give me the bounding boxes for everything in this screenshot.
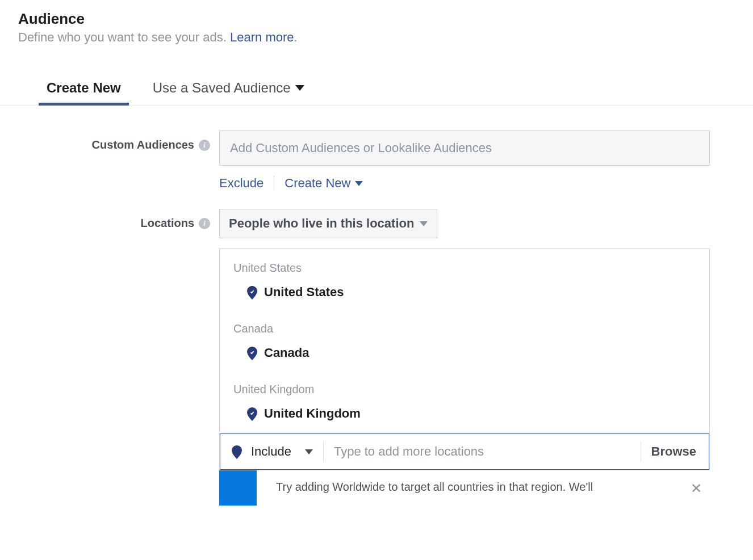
tip-icon bbox=[219, 470, 257, 506]
pin-icon bbox=[247, 407, 257, 420]
tab-create-new-label: Create New bbox=[47, 80, 121, 96]
location-item[interactable]: Canada bbox=[220, 342, 709, 370]
close-icon[interactable]: ✕ bbox=[691, 481, 702, 496]
chevron-down-icon bbox=[420, 221, 428, 226]
learn-more-link[interactable]: Learn more bbox=[230, 30, 294, 44]
tab-create-new[interactable]: Create New bbox=[47, 80, 121, 105]
separator bbox=[323, 441, 324, 462]
tip-banner: Try adding Worldwide to target all count… bbox=[219, 470, 710, 506]
location-type-dropdown[interactable]: People who live in this location bbox=[219, 209, 437, 238]
pin-icon bbox=[247, 347, 257, 359]
add-location-row: Include Browse bbox=[220, 433, 709, 470]
create-new-link-label: Create New bbox=[285, 176, 350, 191]
exclude-link-label: Exclude bbox=[219, 176, 263, 191]
create-new-link[interactable]: Create New bbox=[285, 176, 363, 191]
include-mode-dropdown[interactable]: Include bbox=[220, 444, 313, 459]
exclude-link[interactable]: Exclude bbox=[219, 176, 263, 191]
chevron-down-icon bbox=[355, 181, 363, 186]
info-icon[interactable]: i bbox=[199, 218, 210, 229]
custom-audiences-label: Custom Audiences bbox=[92, 138, 194, 151]
add-location-input[interactable] bbox=[334, 434, 641, 469]
pin-icon bbox=[232, 445, 242, 458]
location-group: United States United States bbox=[220, 249, 709, 310]
tab-use-saved-label: Use a Saved Audience bbox=[153, 80, 291, 96]
page-subtitle: Define who you want to see your ads. Lea… bbox=[18, 30, 753, 45]
location-group-label: United Kingdom bbox=[220, 370, 709, 403]
location-item-name: Canada bbox=[264, 346, 309, 360]
location-group: United Kingdom United Kingdom bbox=[220, 370, 709, 431]
link-separator bbox=[274, 176, 274, 191]
locations-box: United States United States Canada bbox=[219, 249, 710, 470]
chevron-down-icon bbox=[295, 85, 304, 91]
page-title: Audience bbox=[18, 10, 753, 28]
chevron-down-icon bbox=[305, 449, 313, 454]
tab-use-saved[interactable]: Use a Saved Audience bbox=[153, 80, 304, 105]
include-mode-label: Include bbox=[251, 444, 291, 459]
location-group: Canada Canada bbox=[220, 310, 709, 370]
location-type-label: People who live in this location bbox=[229, 216, 414, 231]
custom-audiences-input[interactable] bbox=[219, 130, 710, 166]
subtitle-text: Define who you want to see your ads. bbox=[18, 30, 230, 44]
tip-text: Try adding Worldwide to target all count… bbox=[257, 470, 710, 495]
location-group-label: Canada bbox=[220, 310, 709, 342]
subtitle-suffix: . bbox=[294, 30, 298, 44]
pin-icon bbox=[247, 286, 257, 298]
info-icon[interactable]: i bbox=[199, 140, 210, 151]
separator bbox=[641, 441, 641, 462]
locations-label: Locations bbox=[141, 217, 194, 230]
tabs: Create New Use a Saved Audience bbox=[0, 80, 753, 106]
location-group-label: United States bbox=[220, 249, 709, 281]
location-item[interactable]: United Kingdom bbox=[220, 403, 709, 431]
location-item-name: United Kingdom bbox=[264, 406, 361, 421]
location-item-name: United States bbox=[264, 285, 344, 300]
browse-button[interactable]: Browse bbox=[651, 444, 709, 459]
location-item[interactable]: United States bbox=[220, 281, 709, 310]
